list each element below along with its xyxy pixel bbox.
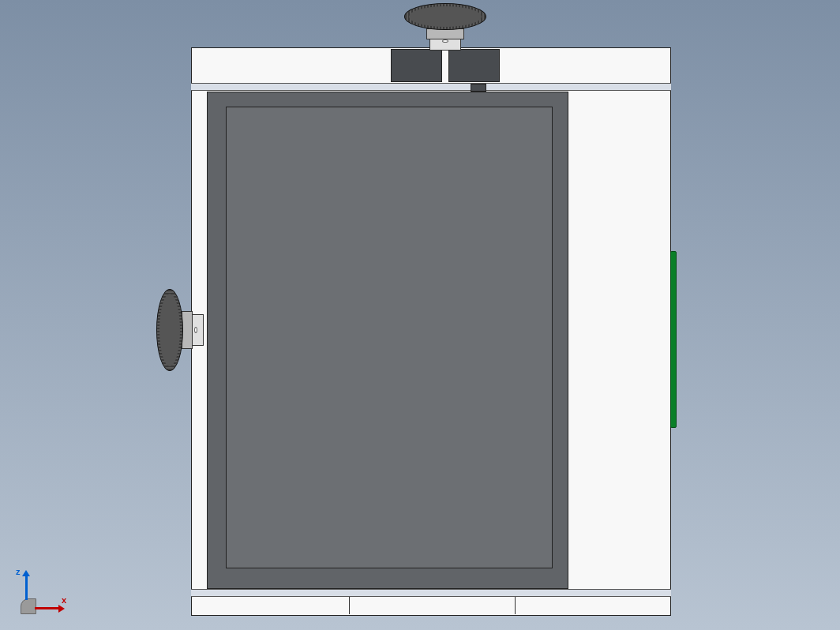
triad-origin (21, 598, 36, 614)
cad-viewport[interactable]: z x (0, 0, 840, 630)
triad-x-axis (35, 607, 60, 609)
body-bottom-groove (191, 589, 671, 597)
triad-z-arrow-icon (22, 570, 30, 576)
clamp-block-top-right (448, 49, 500, 82)
base-edge-left (192, 597, 350, 614)
clamp-block-top-left (391, 49, 442, 82)
triad-x-label: x (62, 596, 66, 605)
triad-x-arrow-icon (58, 605, 65, 613)
knob-top-nut (426, 28, 464, 39)
knob-top-cap (404, 3, 486, 30)
knob-left-cap (156, 289, 183, 371)
front-panel-face (226, 107, 553, 568)
knob-top-center-hole (442, 39, 448, 43)
base-edge-right (515, 597, 669, 614)
orientation-triad[interactable]: z x (8, 567, 63, 622)
triad-z-axis (25, 575, 28, 600)
triad-z-label: z (16, 568, 21, 576)
clamp-tab-top (471, 84, 486, 92)
knob-left-nut (182, 311, 193, 349)
pcb-edge-plate (670, 251, 677, 428)
knob-left-center-hole (194, 327, 197, 333)
body-top-groove (191, 83, 671, 91)
